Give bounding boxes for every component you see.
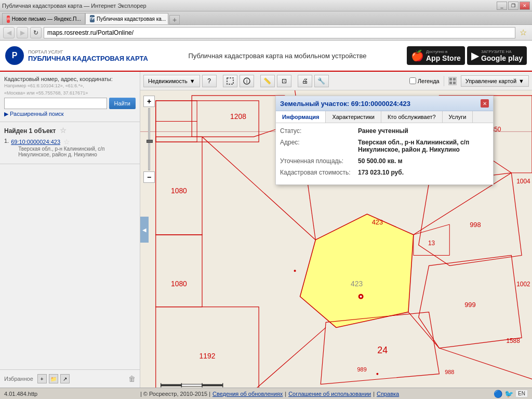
results-count: Найден 1 объект ☆ [4, 126, 136, 135]
site-header: Р ПОРТАЛ УСЛУГ ПУБЛИЧНАЯ КАДАСТРОВАЯ КАР… [0, 41, 532, 72]
url-input[interactable] [44, 27, 515, 38]
google-play-badge[interactable]: ▶ ЗАГРУЗИТЕ НА Google play [467, 46, 527, 65]
search-input-row: Найти [4, 98, 136, 109]
result-item-star[interactable]: ☆ [63, 138, 70, 146]
zoom-out-btn[interactable]: − [143, 171, 155, 183]
window-title: Публичная кадастровая карта — Интернет Э… [2, 3, 147, 9]
tab-favicon-map: 🗺 [90, 15, 95, 22]
back-btn[interactable]: ◀ [3, 27, 15, 38]
svg-rect-52 [161, 384, 182, 386]
measure-tool-btn[interactable]: 📏 [260, 75, 275, 87]
print-btn[interactable]: 🖨 [298, 75, 312, 87]
search-button[interactable]: Найти [109, 98, 136, 109]
status-right: 🔵 🐦 EN [494, 390, 528, 398]
popup-row-area: Уточненная площадь: 50 500.00 кв. м [280, 157, 489, 165]
popup-body: Статус: Ранее учтенный Адрес: Тверская о… [276, 123, 493, 184]
updates-link[interactable]: Сведения об обновлениях [212, 391, 283, 397]
chevron-down-icon: ▼ [190, 78, 195, 84]
forward-btn[interactable]: ▶ [17, 27, 28, 38]
google-play-icon: ▶ [471, 49, 479, 62]
favorites-label: Избранное [4, 376, 33, 382]
help-link[interactable]: Справка [377, 391, 399, 397]
zoom-in-btn[interactable]: + [143, 96, 155, 107]
popup-tab-chars[interactable]: Характеристики [326, 111, 381, 123]
refresh-btn[interactable]: ↻ [30, 27, 42, 38]
legend-checkbox-area[interactable]: Легенда [409, 77, 440, 84]
title-bar: Публичная кадастровая карта — Интернет Э… [0, 0, 532, 11]
favorites-icons: + 📁 ↗ [37, 374, 70, 383]
legend-area: Легенда Управление картой ▼ [409, 75, 529, 87]
new-tab-btn[interactable]: + [169, 15, 180, 24]
fav-folder-icon[interactable]: 📁 [49, 374, 58, 383]
search-input[interactable] [4, 98, 107, 109]
social-icon-vk[interactable]: 🔵 [494, 390, 502, 398]
help-icon-btn[interactable]: ? [202, 75, 217, 87]
portal-label: ПОРТАЛ УСЛУГ [28, 49, 148, 55]
mobile-badges: 🍎 Доступно в App Store ▶ ЗАГРУЗИТЕ НА Go… [407, 46, 527, 65]
svg-text:1588: 1588 [506, 337, 520, 344]
popup-tab-service[interactable]: Кто обслуживает? [381, 111, 443, 123]
manage-map-btn[interactable]: Управление картой ▼ [461, 75, 529, 87]
trash-icon[interactable]: 🗑 [128, 375, 136, 383]
tab-yandex[interactable]: Я Новое письмо — Яндекс.П... ✕ [2, 13, 85, 24]
advanced-search-link[interactable]: ▶ Расширенный поиск [4, 111, 136, 117]
result-item-1: 1. 69:10:0000024:423 ☆ Тверская обл., р-… [4, 138, 136, 157]
logo-icon: Р [5, 46, 24, 65]
bookmark-star[interactable]: ☆ [517, 27, 529, 38]
search-hint-2: «Москва» или «55.755768, 37.617671» [4, 90, 136, 96]
svg-rect-5 [449, 78, 452, 81]
tab-favicon-yandex: Я [7, 16, 10, 23]
social-icon-tw[interactable]: 🐦 [504, 390, 513, 398]
grid-icon [448, 77, 457, 85]
legend-checkbox[interactable] [409, 77, 416, 84]
tab-label-map: Публичная кадастровая ка... [97, 16, 166, 22]
popup-close-btn[interactable]: ✕ [481, 99, 489, 108]
zoom-slider-handle[interactable] [147, 140, 153, 143]
popup-tab-info[interactable]: Информация [276, 111, 326, 123]
map-area[interactable]: Недвижимость ▼ ? i 📏 ⊡ 🖨 🔧 [140, 72, 532, 388]
select-tool-btn[interactable] [223, 75, 237, 87]
minimize-btn[interactable]: _ [497, 2, 507, 10]
svg-text:1002: 1002 [516, 281, 530, 288]
map-toolbar: Недвижимость ▼ ? i 📏 ⊡ 🖨 🔧 [140, 72, 532, 90]
popup-row-address: Адрес: Тверская обл., р-н Калининский, с… [280, 139, 489, 153]
popup-tab-services[interactable]: Услуги [443, 111, 473, 123]
chevron-down-icon-manage: ▼ [518, 78, 524, 84]
close-btn[interactable]: ✕ [520, 2, 530, 10]
sidebar: Кадастровый номер, адрес, координаты: На… [0, 72, 140, 388]
realty-dropdown[interactable]: Недвижимость ▼ [143, 75, 200, 87]
svg-point-49 [376, 373, 378, 375]
settings-btn[interactable]: 🔧 [314, 75, 329, 87]
result-address-line2: Никулинское, район д. Никулино [18, 152, 136, 157]
svg-text:1080: 1080 [171, 280, 187, 288]
site-title: ПУБЛИЧНАЯ КАДАСТРОВАЯ КАРТА [28, 55, 148, 62]
fav-add-icon[interactable]: + [37, 374, 47, 383]
result-link[interactable]: 69:10:0000024:423 [11, 139, 60, 145]
app-store-text: Доступно в App Store [426, 49, 461, 62]
results-star[interactable]: ☆ [60, 126, 66, 135]
tab-label-yandex: Новое письмо — Яндекс.П... [12, 16, 81, 22]
agreement-link[interactable]: Соглашение об использовании [288, 391, 371, 397]
search-label: Кадастровый номер, адрес, координаты: [4, 76, 136, 82]
zoom-slider[interactable] [148, 108, 150, 170]
info-tool-btn[interactable]: i [240, 75, 254, 87]
popup-row-status: Статус: Ранее учтенный [280, 127, 489, 135]
svg-rect-7 [449, 82, 452, 84]
status-version: 4.01.484.http [4, 391, 46, 397]
svg-rect-2 [227, 78, 233, 84]
results-area: Найден 1 объект ☆ 1. 69:10:0000024:423 ☆… [0, 122, 140, 164]
restore-btn[interactable]: ❐ [508, 2, 518, 10]
side-nav-btn[interactable]: ◀ [140, 217, 149, 243]
fav-export-icon[interactable]: ↗ [60, 374, 70, 383]
svg-text:1208: 1208 [230, 112, 246, 121]
popup-label-status: Статус: [280, 127, 358, 135]
area-tool-btn[interactable]: ⊡ [277, 75, 291, 87]
tab-map[interactable]: 🗺 Публичная кадастровая ка... ✕ [85, 13, 168, 24]
popup-label-area: Уточненная площадь: [280, 157, 358, 165]
header-center-text: Публичная кадастровая карта на мобильном… [148, 52, 407, 60]
tab-bar: Я Новое письмо — Яндекс.П... ✕ 🗺 Публичн… [0, 11, 532, 25]
result-number: 1. [4, 138, 9, 144]
app-store-badge[interactable]: 🍎 Доступно в App Store [407, 46, 465, 65]
svg-text:999: 999 [464, 301, 475, 309]
sidebar-spacer [0, 164, 140, 369]
